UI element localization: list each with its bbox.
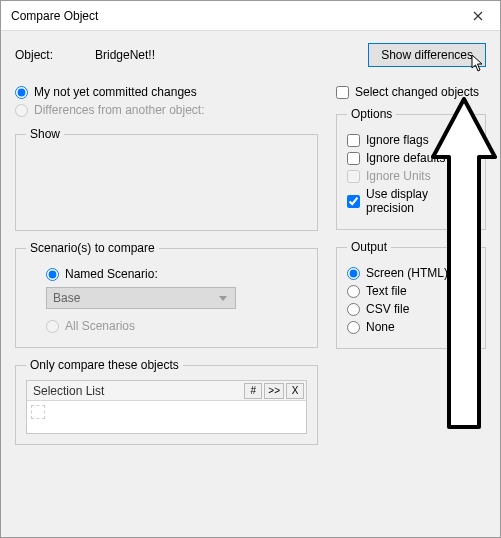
check-ignore-defaults-label: Ignore defaults xyxy=(366,151,445,165)
radio-named-scenario-label: Named Scenario: xyxy=(65,267,158,281)
close-icon xyxy=(473,11,483,21)
show-differences-label: Show differences xyxy=(381,48,473,62)
radio-output-none-input[interactable] xyxy=(347,321,360,334)
scenarios-legend: Scenario(s) to compare xyxy=(26,241,159,255)
radio-output-screen-input[interactable] xyxy=(347,267,360,280)
selection-clear-button[interactable]: X xyxy=(286,383,304,399)
selection-list: Selection List # >> X xyxy=(26,380,307,434)
scenarios-group: Scenario(s) to compare Named Scenario: B… xyxy=(15,241,318,348)
only-compare-group: Only compare these objects Selection Lis… xyxy=(15,358,318,445)
selection-next-button[interactable]: >> xyxy=(264,383,284,399)
check-ignore-units: Ignore Units xyxy=(347,169,475,183)
radio-my-changes-label: My not yet committed changes xyxy=(34,85,197,99)
check-ignore-defaults[interactable]: Ignore defaults xyxy=(347,151,475,165)
placeholder-icon xyxy=(31,405,45,419)
check-select-changed-input[interactable] xyxy=(336,86,349,99)
cursor-icon xyxy=(471,54,487,74)
output-group: Output Screen (HTML) Text file CSV file xyxy=(336,240,486,349)
window-title: Compare Object xyxy=(11,9,456,23)
radio-all-scenarios: All Scenarios xyxy=(46,319,307,333)
right-column: Select changed objects Options Ignore fl… xyxy=(336,81,486,445)
radio-output-none-label: None xyxy=(366,320,395,334)
check-select-changed-label: Select changed objects xyxy=(355,85,479,99)
radio-output-csvfile[interactable]: CSV file xyxy=(347,302,475,316)
check-ignore-units-input xyxy=(347,170,360,183)
scenario-select-value: Base xyxy=(53,291,80,305)
radio-my-changes-input[interactable] xyxy=(15,86,28,99)
radio-all-scenarios-label: All Scenarios xyxy=(65,319,135,333)
show-differences-button[interactable]: Show differences xyxy=(368,43,486,67)
scenario-select[interactable]: Base xyxy=(46,287,236,309)
radio-named-scenario[interactable]: Named Scenario: xyxy=(46,267,307,281)
selection-hash-button[interactable]: # xyxy=(244,383,262,399)
check-ignore-defaults-input[interactable] xyxy=(347,152,360,165)
radio-output-textfile[interactable]: Text file xyxy=(347,284,475,298)
radio-output-screen[interactable]: Screen (HTML) xyxy=(347,266,475,280)
only-compare-legend: Only compare these objects xyxy=(26,358,183,372)
check-use-display[interactable]: Use display precision xyxy=(347,187,475,215)
radio-diff-other-input xyxy=(15,104,28,117)
columns: My not yet committed changes Differences… xyxy=(15,81,486,445)
radio-output-none[interactable]: None xyxy=(347,320,475,334)
radio-output-textfile-input[interactable] xyxy=(347,285,360,298)
selection-list-title: Selection List xyxy=(33,384,242,398)
selection-list-header: Selection List # >> X xyxy=(27,381,306,401)
check-ignore-flags[interactable]: Ignore flags xyxy=(347,133,475,147)
compare-object-dialog: Compare Object Object: BridgeNet!! Show … xyxy=(0,0,501,538)
check-ignore-units-label: Ignore Units xyxy=(366,169,431,183)
radio-output-csvfile-input[interactable] xyxy=(347,303,360,316)
options-group: Options Ignore flags Ignore defaults Ign… xyxy=(336,107,486,230)
show-group: Show xyxy=(15,127,318,231)
radio-my-changes[interactable]: My not yet committed changes xyxy=(15,85,318,99)
header-row: Object: BridgeNet!! Show differences xyxy=(15,43,486,67)
check-select-changed[interactable]: Select changed objects xyxy=(336,85,486,99)
radio-named-scenario-input[interactable] xyxy=(46,268,59,281)
radio-all-scenarios-input xyxy=(46,320,59,333)
check-use-display-label: Use display precision xyxy=(366,187,475,215)
radio-output-screen-label: Screen (HTML) xyxy=(366,266,448,280)
left-column: My not yet committed changes Differences… xyxy=(15,81,318,445)
check-ignore-flags-input[interactable] xyxy=(347,134,360,147)
output-legend: Output xyxy=(347,240,391,254)
options-legend: Options xyxy=(347,107,396,121)
radio-diff-other-label: Differences from another object: xyxy=(34,103,205,117)
show-legend: Show xyxy=(26,127,64,141)
check-use-display-input[interactable] xyxy=(347,195,360,208)
radio-diff-other: Differences from another object: xyxy=(15,103,318,117)
check-ignore-flags-label: Ignore flags xyxy=(366,133,429,147)
dialog-content: Object: BridgeNet!! Show differences My … xyxy=(1,31,500,457)
radio-output-csvfile-label: CSV file xyxy=(366,302,409,316)
titlebar: Compare Object xyxy=(1,1,500,31)
close-button[interactable] xyxy=(456,1,500,31)
selection-list-body[interactable] xyxy=(27,401,306,433)
object-name: BridgeNet!! xyxy=(95,48,155,62)
radio-output-textfile-label: Text file xyxy=(366,284,407,298)
object-label: Object: xyxy=(15,48,95,62)
